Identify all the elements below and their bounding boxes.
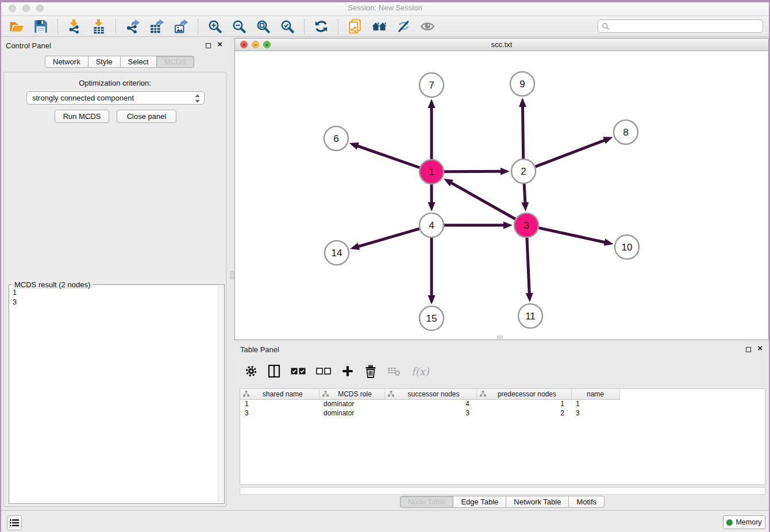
column-header-mcds-role[interactable]: MCDS role xyxy=(319,389,384,399)
table-tab-node-table[interactable]: Node Table xyxy=(400,496,454,508)
select-all-button[interactable] xyxy=(291,364,306,379)
graph-node-1[interactable]: 1 xyxy=(419,160,444,184)
refresh-button[interactable] xyxy=(313,18,330,35)
task-history-button[interactable] xyxy=(7,515,22,530)
table-cell[interactable]: dominator xyxy=(319,408,384,418)
graph-node-7[interactable]: 7 xyxy=(419,73,444,97)
table-tab-motifs[interactable]: Motifs xyxy=(568,496,605,508)
table-tab-edge-table[interactable]: Edge Table xyxy=(453,496,506,508)
import-network-button[interactable] xyxy=(66,18,83,35)
svg-text:10: 10 xyxy=(622,242,633,253)
run-mcds-button[interactable]: Run MCDS xyxy=(55,110,109,123)
tab-select[interactable]: Select xyxy=(120,56,157,68)
column-header-successor-nodes[interactable]: successor nodes xyxy=(384,389,476,399)
add-column-button[interactable] xyxy=(341,364,354,379)
graph-edge-3-11[interactable] xyxy=(526,238,533,302)
clone-network-button[interactable] xyxy=(346,18,364,35)
first-neighbors-button[interactable] xyxy=(371,18,388,35)
table-cell[interactable]: 1 xyxy=(240,399,319,408)
tab-mcds[interactable]: MCDS xyxy=(156,56,194,68)
table-row[interactable]: 3dominator323 xyxy=(240,408,619,418)
network-window-titlebar[interactable]: × − + scc.txt xyxy=(235,38,768,51)
table-hscrollbar[interactable] xyxy=(240,487,765,495)
save-session-button[interactable] xyxy=(32,18,49,35)
splitter-handle[interactable] xyxy=(230,271,234,279)
graph-node-6[interactable]: 6 xyxy=(324,126,348,151)
toggle-panel-button[interactable] xyxy=(268,364,280,379)
tab-style[interactable]: Style xyxy=(88,56,121,68)
toolbar-separator xyxy=(198,19,198,34)
vertical-splitter[interactable] xyxy=(230,38,234,510)
birds-eye-view-button[interactable] xyxy=(419,18,436,35)
table-tab-network-table[interactable]: Network Table xyxy=(506,496,569,508)
hide-graphics-details-button[interactable] xyxy=(395,18,412,35)
graph-edge-4-14[interactable] xyxy=(350,229,419,250)
export-table-button[interactable] xyxy=(148,18,165,35)
graph-node-4[interactable]: 4 xyxy=(419,213,444,237)
zoom-out-button[interactable] xyxy=(230,18,248,35)
zoom-selected-button[interactable] xyxy=(279,18,296,35)
graph-edge-1-4[interactable] xyxy=(428,184,436,211)
open-session-button[interactable] xyxy=(8,18,25,35)
table-cell[interactable]: 1 xyxy=(476,399,571,408)
table-cell[interactable]: 3 xyxy=(240,408,319,418)
delete-table-button[interactable] xyxy=(387,364,401,379)
optimization-criterion-value: strongly connected component xyxy=(32,94,134,102)
memory-button[interactable]: Memory xyxy=(723,515,765,529)
graph-node-2[interactable]: 2 xyxy=(511,159,536,183)
export-image-button[interactable] xyxy=(172,18,190,35)
delete-column-button[interactable] xyxy=(364,364,377,379)
zoom-in-button[interactable] xyxy=(206,18,224,35)
table-cell[interactable]: dominator xyxy=(319,399,384,408)
column-header-name[interactable]: name xyxy=(571,389,619,399)
table-cell[interactable]: 1 xyxy=(571,399,619,408)
svg-text:11: 11 xyxy=(525,311,536,322)
graph-node-14[interactable]: 14 xyxy=(325,241,349,265)
graph-edge-1-7[interactable] xyxy=(428,99,436,159)
deselect-all-button[interactable] xyxy=(316,364,331,379)
optimization-criterion-select[interactable]: strongly connected component xyxy=(26,91,205,105)
graph-edge-3-10[interactable] xyxy=(538,228,613,246)
function-builder-button[interactable]: f(x) xyxy=(411,364,429,379)
table-cell[interactable]: 3 xyxy=(384,408,476,418)
result-scrollbar[interactable] xyxy=(218,286,224,503)
column-header-shared-name[interactable]: shared name xyxy=(240,389,319,399)
graph-edge-2-3[interactable] xyxy=(521,184,529,211)
zoom-fit-button[interactable] xyxy=(255,18,272,35)
close-panel-icon[interactable]: × xyxy=(217,39,222,49)
graph-edge-4-3[interactable] xyxy=(444,222,513,229)
graph-node-10[interactable]: 10 xyxy=(615,235,639,259)
graph-edge-3-1[interactable] xyxy=(444,179,515,219)
graph-node-11[interactable]: 11 xyxy=(518,304,542,328)
graph-node-15[interactable]: 15 xyxy=(419,306,444,330)
search-input[interactable] xyxy=(610,21,763,32)
canvas-resize-handle[interactable] xyxy=(497,336,503,339)
network-graph[interactable]: 7968124314101511 xyxy=(235,52,768,340)
graph-node-3[interactable]: 3 xyxy=(514,213,538,237)
graph-edge-1-2[interactable] xyxy=(444,168,510,175)
close-panel-button[interactable]: Close panel xyxy=(117,110,176,123)
export-network-button[interactable] xyxy=(124,18,141,35)
table-cell[interactable]: 2 xyxy=(476,408,571,418)
network-canvas[interactable]: 7968124314101511 xyxy=(235,52,768,340)
import-table-button[interactable] xyxy=(90,18,107,35)
graph-edge-1-6[interactable] xyxy=(349,142,420,168)
float-table-panel-icon[interactable] xyxy=(746,347,751,352)
table-panel: Table Panel × xyxy=(234,342,770,510)
column-header-predecessor-nodes[interactable]: predecessor nodes xyxy=(476,389,571,399)
graph-node-9[interactable]: 9 xyxy=(510,72,534,96)
save-session-icon xyxy=(33,19,48,34)
float-panel-icon[interactable] xyxy=(206,43,211,48)
table-cell[interactable]: 3 xyxy=(571,408,619,418)
close-table-panel-icon[interactable]: × xyxy=(757,343,763,353)
tab-network[interactable]: Network xyxy=(45,56,88,68)
graph-edge-2-8[interactable] xyxy=(536,137,613,167)
search-field[interactable] xyxy=(598,20,763,33)
table-cell[interactable]: 4 xyxy=(384,399,476,408)
graph-edge-4-15[interactable] xyxy=(428,238,436,304)
mcds-result-text[interactable]: 1 3 xyxy=(9,286,217,503)
table-row[interactable]: 1dominator411 xyxy=(240,399,619,408)
table-options-button[interactable] xyxy=(245,364,257,379)
graph-node-8[interactable]: 8 xyxy=(614,120,638,144)
graph-edge-2-9[interactable] xyxy=(519,98,526,159)
